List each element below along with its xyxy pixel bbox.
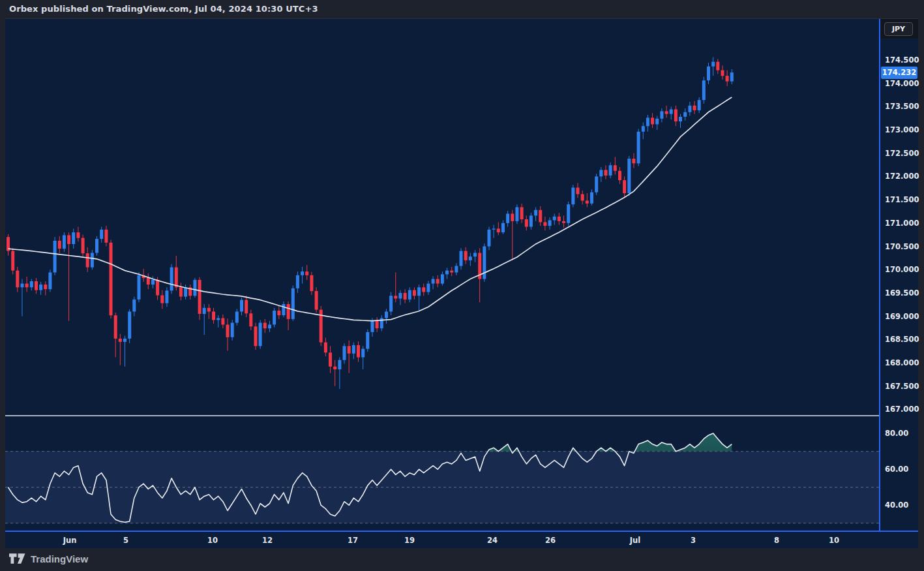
candle	[642, 123, 645, 140]
candle	[352, 343, 355, 360]
candle	[282, 301, 285, 317]
chart-widget: Jun5101217192426Jul3810 JPY 174.500174.0…	[5, 18, 918, 548]
candle	[436, 275, 440, 288]
candle	[207, 304, 211, 319]
candlestick-chart	[5, 19, 879, 415]
candle	[343, 343, 346, 363]
candle	[730, 69, 734, 84]
candle	[53, 237, 57, 275]
candle	[357, 341, 360, 362]
time-axis-label: 3	[691, 536, 696, 545]
candle	[291, 286, 295, 321]
candle	[469, 253, 472, 266]
candle	[417, 285, 421, 311]
rsi-axis-label: 80.00	[885, 429, 908, 438]
candle	[193, 278, 196, 298]
candle	[651, 113, 654, 128]
candle	[110, 240, 113, 319]
publish-header: Orbex published on TradingView.com, Jul …	[0, 0, 924, 18]
candle	[138, 272, 141, 302]
candle	[305, 265, 308, 280]
candle	[221, 315, 224, 328]
time-axis-label: 10	[207, 536, 218, 545]
candle	[310, 272, 313, 295]
candle	[123, 336, 127, 367]
candle	[114, 313, 117, 358]
candle	[63, 232, 66, 252]
candle	[188, 285, 192, 300]
candle	[76, 227, 80, 242]
candle	[460, 248, 463, 270]
candle	[240, 298, 243, 315]
candle	[315, 287, 318, 313]
candle	[366, 330, 369, 352]
candle	[511, 210, 514, 260]
candle	[586, 193, 589, 207]
price-axis-label: 171.000	[885, 219, 919, 228]
candle	[623, 176, 626, 198]
candle	[455, 263, 458, 275]
time-axis-label: 10	[829, 536, 839, 545]
candle	[179, 283, 183, 300]
candle	[707, 63, 710, 84]
candle	[702, 77, 706, 104]
candle	[408, 287, 411, 302]
candle	[488, 227, 491, 251]
publish-title: Orbex published on TradingView.com, Jul …	[9, 4, 318, 14]
candle	[86, 247, 89, 272]
currency-badge[interactable]: JPY	[884, 22, 913, 36]
candle	[35, 278, 38, 294]
candle	[520, 204, 524, 223]
price-axis-label: 170.000	[885, 265, 919, 274]
candle	[277, 306, 280, 319]
candle	[82, 235, 85, 257]
tradingview-link[interactable]: TradingView	[9, 553, 88, 564]
candle	[693, 101, 696, 114]
candle	[618, 167, 621, 184]
tradingview-published-chart: Orbex published on TradingView.com, Jul …	[0, 0, 924, 571]
candle	[203, 304, 206, 335]
candle	[553, 214, 556, 225]
price-pane[interactable]	[5, 19, 879, 415]
time-axis-label: 17	[348, 536, 358, 545]
candle	[212, 308, 215, 324]
price-axis-label: 167.500	[885, 382, 919, 391]
candle	[95, 236, 98, 256]
candle	[324, 338, 327, 357]
candle	[16, 267, 19, 292]
candle	[590, 189, 593, 205]
candle	[445, 268, 449, 279]
time-axis-label: Jul	[630, 536, 640, 545]
candle	[721, 65, 724, 79]
candle	[473, 250, 477, 262]
candle	[422, 284, 425, 296]
candle	[432, 276, 435, 289]
candle	[39, 282, 42, 295]
price-axis-label: 173.000	[885, 125, 919, 134]
candle	[259, 320, 262, 348]
price-axis-label: 174.500	[885, 55, 919, 65]
rsi-pane[interactable]	[5, 416, 879, 531]
candle	[515, 204, 518, 224]
candle	[361, 346, 365, 369]
price-axis-label: 173.500	[885, 102, 919, 111]
time-axis-label: 24	[487, 536, 498, 545]
rsi-chart	[5, 416, 879, 531]
candle	[571, 185, 574, 207]
candle	[398, 290, 402, 305]
time-axis-label: 12	[262, 536, 273, 545]
candle	[91, 250, 94, 270]
candle	[426, 281, 430, 295]
candle	[72, 228, 75, 249]
last-price-badge: 174.232	[881, 67, 917, 79]
time-axis[interactable]: Jun5101217192426Jul3810	[5, 531, 918, 549]
price-axis-label: 170.500	[885, 242, 919, 251]
price-axis[interactable]: JPY 174.500174.000173.500173.000172.5001…	[879, 19, 918, 531]
price-axis-label: 171.500	[885, 195, 919, 204]
candle	[670, 106, 673, 119]
candle	[263, 319, 267, 333]
tradingview-logo-icon	[9, 553, 25, 564]
time-axis-label: 19	[404, 536, 415, 545]
candle	[614, 157, 617, 174]
candle	[529, 213, 533, 230]
